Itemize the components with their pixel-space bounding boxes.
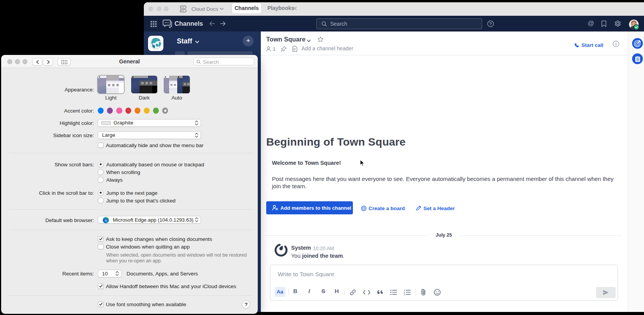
svg-text:?: ? <box>489 22 492 26</box>
svg-text:3: 3 <box>404 294 405 296</box>
